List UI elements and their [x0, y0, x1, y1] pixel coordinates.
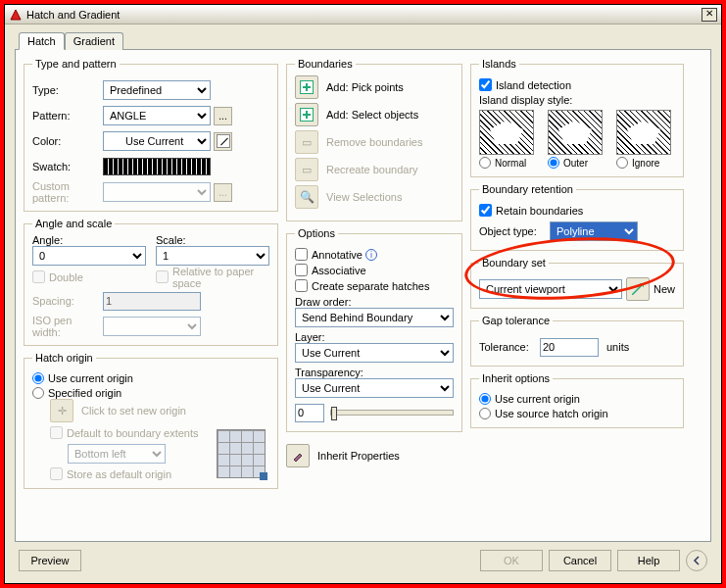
group-islands: Islands Island detection Island display … — [470, 58, 684, 177]
right-column: Islands Island detection Island display … — [470, 58, 684, 533]
middle-column: Boundaries Add: Pick points Add: Select … — [286, 58, 462, 533]
tab-gradient[interactable]: Gradient — [65, 32, 123, 50]
chevron-left-icon — [692, 556, 702, 565]
layer-select[interactable]: Use Current — [295, 343, 454, 363]
relative-checkbox: Relative to paper space — [156, 266, 269, 289]
angle-label: Angle: — [32, 234, 146, 246]
double-checkbox: Double — [32, 270, 146, 283]
color-select[interactable]: Use Current — [103, 131, 211, 151]
group-boundary-retention: Boundary retention Retain boundaries Obj… — [470, 183, 684, 251]
pattern-label: Pattern: — [32, 110, 103, 122]
recreate-boundary-button: ▭ — [295, 158, 318, 181]
titlebar: Hatch and Gradient ✕ — [5, 5, 721, 24]
tolerance-input[interactable] — [540, 338, 599, 357]
group-inherit-options: Inherit options Use current origin Use s… — [470, 372, 684, 428]
angle-select[interactable]: 0 — [32, 246, 146, 266]
island-normal-radio[interactable]: Normal — [479, 157, 538, 169]
click-origin-button: ✛ — [50, 399, 73, 422]
group-angle-scale: Angle and scale Angle: 0 Scale: 1 — [24, 218, 278, 346]
window-title: Hatch and Gradient — [26, 9, 702, 21]
eyedropper-icon — [291, 449, 305, 463]
group-boundary-set: Boundary set Current viewport New — [470, 257, 684, 309]
ok-button: OK — [480, 550, 543, 571]
pick-points-button[interactable] — [295, 75, 318, 99]
tab-strip: Hatch Gradient — [19, 32, 711, 50]
scale-label: Scale: — [156, 234, 269, 246]
group-boundaries: Boundaries Add: Pick points Add: Select … — [286, 58, 462, 221]
tab-panel: Type and pattern Type: Predefined Patter… — [15, 49, 711, 542]
transparency-slider[interactable] — [330, 410, 454, 416]
new-boundary-set-button[interactable] — [626, 277, 650, 301]
boundary-set-select[interactable]: Current viewport — [479, 279, 622, 299]
object-type-label: Object type: — [479, 225, 550, 237]
button-bar: Preview OK Cancel Help — [15, 542, 711, 575]
left-column: Type and pattern Type: Predefined Patter… — [24, 58, 278, 533]
group-gap-tolerance: Gap tolerance Tolerance: units — [470, 315, 684, 367]
view-selections-button: 🔍 — [295, 185, 318, 209]
spacing-label: Spacing: — [32, 295, 103, 307]
tolerance-label: Tolerance: — [479, 341, 540, 353]
swatch-label: Swatch: — [32, 161, 103, 172]
spacing-input — [103, 292, 201, 311]
transparency-select[interactable]: Use Current — [295, 378, 454, 398]
info-icon: i — [365, 249, 377, 261]
close-button[interactable]: ✕ — [702, 8, 717, 22]
plus-icon — [300, 80, 314, 94]
pattern-browse-button[interactable]: ... — [214, 107, 232, 125]
type-label: Type: — [32, 84, 103, 96]
island-detection-checkbox[interactable]: Island detection — [479, 78, 675, 91]
app-icon — [9, 8, 23, 22]
dialog-window: Hatch and Gradient ✕ Hatch Gradient Type… — [4, 4, 722, 584]
group-options: Options Annotative i Associative Create … — [286, 227, 462, 432]
island-ignore-preview[interactable] — [616, 110, 671, 155]
type-select[interactable]: Predefined — [103, 80, 211, 100]
custom-pattern-select — [103, 182, 211, 202]
help-button[interactable]: Help — [617, 550, 680, 571]
separate-hatches-checkbox[interactable]: Create separate hatches — [295, 279, 454, 292]
remove-boundaries-button: ▭ — [295, 130, 318, 154]
transparency-label: Transparency: — [295, 367, 454, 378]
annotative-checkbox[interactable]: Annotative i — [295, 248, 454, 261]
associative-checkbox[interactable]: Associative — [295, 264, 454, 276]
inherit-properties-button[interactable] — [286, 444, 310, 467]
draw-order-select[interactable]: Send Behind Boundary — [295, 308, 454, 327]
dialog-body: Hatch Gradient Type and pattern Type: Pr… — [5, 24, 721, 583]
collapse-button[interactable] — [686, 550, 707, 571]
origin-specified-radio[interactable]: Specified origin — [32, 387, 269, 399]
inherit-source-origin-radio[interactable]: Use source hatch origin — [479, 408, 675, 419]
color-bg-button[interactable] — [214, 132, 232, 151]
draw-order-label: Draw order: — [295, 296, 454, 308]
group-hatch-origin: Hatch origin Use current origin Specifie… — [24, 352, 278, 489]
slider-thumb[interactable] — [331, 407, 337, 420]
iso-label: ISO pen width: — [32, 315, 103, 338]
custom-pattern-browse: ... — [214, 183, 232, 202]
origin-current-radio[interactable]: Use current origin — [32, 372, 269, 384]
extents-select: Bottom left — [68, 444, 166, 464]
plus-icon — [300, 108, 314, 122]
select-objects-button[interactable] — [295, 103, 318, 126]
origin-preview — [217, 429, 266, 478]
transparency-value[interactable] — [295, 404, 324, 422]
iso-select — [103, 317, 201, 336]
retain-boundaries-checkbox[interactable]: Retain boundaries — [479, 204, 675, 217]
magnifier-icon: 🔍 — [300, 190, 315, 204]
preview-button[interactable]: Preview — [19, 550, 81, 571]
island-outer-preview[interactable] — [548, 110, 603, 155]
group-type-pattern: Type and pattern Type: Predefined Patter… — [24, 58, 278, 212]
island-style-label: Island display style: — [479, 94, 675, 106]
island-outer-radio[interactable]: Outer — [548, 157, 606, 169]
select-icon — [632, 283, 644, 295]
none-icon — [217, 134, 230, 148]
inherit-current-origin-radio[interactable]: Use current origin — [479, 393, 675, 405]
tab-hatch[interactable]: Hatch — [19, 32, 65, 50]
pattern-select[interactable]: ANGLE — [103, 106, 211, 125]
swatch-preview[interactable] — [103, 158, 211, 175]
layer-label: Layer: — [295, 331, 454, 343]
object-type-select[interactable]: Polyline — [550, 221, 638, 241]
color-label: Color: — [32, 135, 103, 147]
island-ignore-radio[interactable]: Ignore — [616, 157, 675, 169]
custom-pattern-label: Custom pattern: — [32, 180, 103, 204]
island-normal-preview[interactable] — [479, 110, 534, 155]
cancel-button[interactable]: Cancel — [549, 550, 611, 571]
scale-select[interactable]: 1 — [156, 246, 269, 266]
